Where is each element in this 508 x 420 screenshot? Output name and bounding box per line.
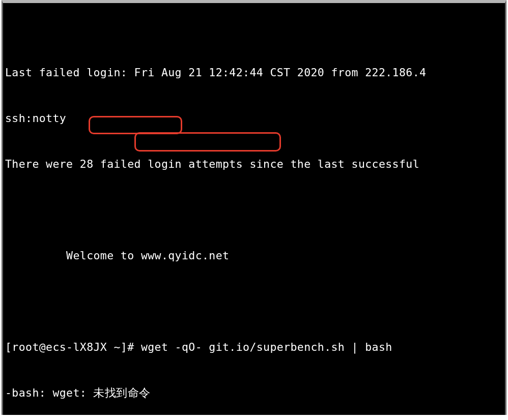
terminal-line: Welcome to www.qyidc.net: [5, 248, 505, 263]
terminal-line: ssh:notty: [5, 111, 505, 126]
terminal-window[interactable]: Last failed login: Fri Aug 21 12:42:44 C…: [2, 0, 506, 415]
terminal-line: [5, 202, 505, 218]
terminal-buffer: Last failed login: Fri Aug 21 12:42:44 C…: [3, 34, 505, 415]
terminal-line: There were 28 failed login attempts sinc…: [5, 157, 505, 172]
terminal-line: [root@ecs-lX8JX ~]# wget -qO- git.io/sup…: [5, 340, 505, 355]
terminal-line: Last failed login: Fri Aug 21 12:42:44 C…: [5, 65, 505, 80]
terminal-line: [5, 294, 505, 309]
terminal-line: -bash: wget: 未找到命令: [5, 385, 505, 401]
